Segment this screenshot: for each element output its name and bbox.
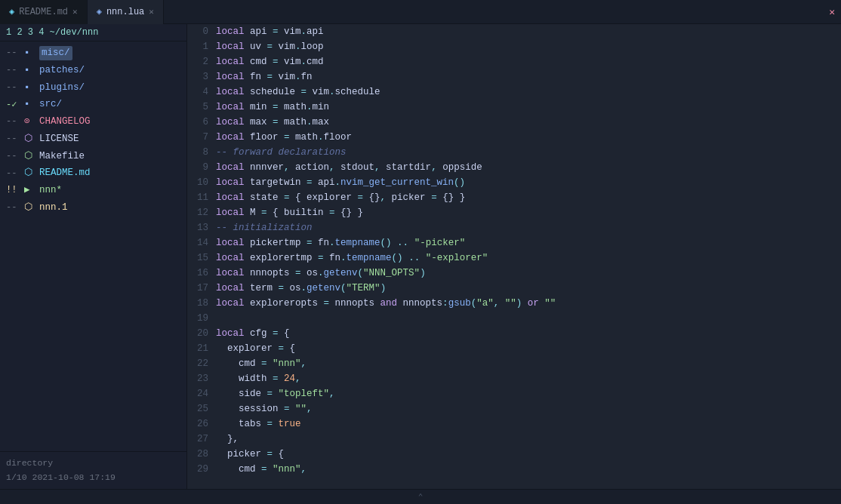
line-number: 26 [187, 416, 216, 432]
code-line: 28 picker = { [187, 447, 841, 462]
status-info: 1/10 2021-10-08 17:19 [6, 471, 180, 484]
code-line: 27 }, [187, 432, 841, 447]
code-line: 22 cmd = "nnn", [187, 356, 841, 371]
code-line: 13-- initialization [187, 220, 841, 235]
code-area: 0local api = vim.api1local uv = vim.loop… [187, 24, 841, 489]
code-line: 12local M = { builtin = {} } [187, 205, 841, 220]
line-number: 19 [187, 311, 216, 326]
code-line: 2local cmd = vim.cmd [187, 54, 841, 69]
sidebar-item-name: Makefile [39, 149, 85, 164]
sidebar-item-name: LICENSE [39, 132, 79, 146]
sidebar-item-icon: ⬡ [24, 201, 36, 215]
line-number: 2 [187, 54, 216, 69]
line-number: 22 [187, 356, 216, 371]
code-line: 6local max = math.max [187, 115, 841, 130]
sidebar-item-icon: ⬡ [24, 149, 36, 164]
code-line: 19 [187, 311, 841, 326]
line-number: 1 [187, 39, 216, 54]
sidebar-item-prefix: -- [6, 46, 21, 60]
tab-readme[interactable]: ◈ README.md ✕ [0, 0, 88, 24]
sidebar-item-prefix: -- [6, 81, 21, 94]
line-number: 15 [187, 250, 216, 266]
sidebar-item[interactable]: --⬡nnn.1 [0, 199, 186, 217]
code-lines: 0local api = vim.api1local uv = vim.loop… [187, 24, 841, 477]
sidebar-item-name: plugins/ [39, 81, 85, 95]
line-content: cmd = "nnn", [216, 356, 841, 371]
code-line: 15local explorertmp = fn.tempname() .. "… [187, 250, 841, 266]
code-content[interactable]: 0local api = vim.api1local uv = vim.loop… [187, 24, 841, 489]
line-content: local term = os.getenv("TERM") [216, 281, 841, 296]
line-number: 4 [187, 85, 216, 100]
line-content: -- forward declarations [216, 145, 841, 160]
line-content: local schedule = vim.schedule [216, 85, 841, 100]
sidebar-item-name: misc/ [39, 46, 72, 60]
line-number: 16 [187, 266, 216, 281]
code-line: 21 explorer = { [187, 341, 841, 356]
line-content: local max = math.max [216, 115, 841, 130]
line-content: cmd = "nnn", [216, 462, 841, 477]
tab-nnn-lua[interactable]: ◈ nnn.lua ✕ [88, 0, 164, 24]
code-line: 5local min = math.min [187, 100, 841, 115]
sidebar-item-name: nnn.1 [39, 201, 68, 215]
line-content: explorer = { [216, 341, 841, 356]
line-number: 14 [187, 235, 216, 250]
sidebar-item-prefix: -- [6, 63, 21, 77]
sidebar-item[interactable]: --▪plugins/ [0, 79, 186, 97]
code-line: 8-- forward declarations [187, 145, 841, 160]
line-content: tabs = true [216, 416, 841, 432]
line-number: 6 [187, 115, 216, 130]
sidebar-item-icon: ▪ [24, 97, 36, 112]
sidebar-item-icon: ⬡ [24, 132, 36, 146]
sidebar-item[interactable]: --⬡Makefile [0, 148, 186, 165]
line-content: local nnnopts = os.getenv("NNN_OPTS") [216, 266, 841, 281]
line-content: local pickertmp = fn.tempname() .. "-pic… [216, 235, 841, 250]
sidebar-file-list[interactable]: --▪misc/--▪patches/--▪plugins/-✓▪src/--⊙… [0, 41, 186, 451]
status-dir-label: directory [6, 456, 180, 470]
code-line: 9local nnnver, action, stdout, startdir,… [187, 160, 841, 175]
line-content: width = 24, [216, 371, 841, 386]
line-number: 5 [187, 100, 216, 115]
sidebar-item[interactable]: !!▶nnn* [0, 182, 186, 199]
line-number: 9 [187, 160, 216, 175]
line-content: local cfg = { [216, 326, 841, 341]
sidebar-item-icon: ⬡ [24, 166, 36, 180]
line-number: 3 [187, 69, 216, 85]
sidebar-item[interactable]: --⊙CHANGELOG [0, 113, 186, 131]
line-number: 12 [187, 205, 216, 220]
code-line: 14local pickertmp = fn.tempname() .. "-p… [187, 235, 841, 250]
line-content: }, [216, 432, 841, 447]
sidebar-item[interactable]: -✓▪src/ [0, 96, 186, 113]
sidebar-item-icon: ⊙ [24, 115, 36, 129]
code-line: 0local api = vim.api [187, 24, 841, 39]
tab-readme-label: README.md [19, 7, 68, 17]
line-number: 13 [187, 220, 216, 235]
lua-file-icon: ◈ [97, 6, 102, 17]
sidebar-item[interactable]: --▪misc/ [0, 45, 186, 62]
line-number: 20 [187, 326, 216, 341]
line-number: 0 [187, 24, 216, 39]
sidebar-item-name: CHANGELOG [39, 115, 91, 129]
code-line: 23 width = 24, [187, 371, 841, 386]
line-content: local api = vim.api [216, 24, 841, 39]
tab-readme-close[interactable]: ✕ [72, 7, 78, 17]
line-content: local cmd = vim.cmd [216, 54, 841, 69]
line-number: 23 [187, 371, 216, 386]
line-content: picker = { [216, 447, 841, 462]
line-content [216, 311, 841, 326]
line-content: session = "", [216, 401, 841, 416]
bottom-bar: ⌃ [0, 489, 841, 504]
code-line: 26 tabs = true [187, 416, 841, 432]
tab-nnn-lua-close[interactable]: ✕ [149, 7, 154, 17]
sidebar-item[interactable]: --⬡LICENSE [0, 131, 186, 148]
sidebar-item[interactable]: --⬡README.md [0, 164, 186, 182]
code-line: 29 cmd = "nnn", [187, 462, 841, 477]
code-line: 18local exploreropts = nnnopts and nnnop… [187, 296, 841, 311]
sidebar-item[interactable]: --▪patches/ [0, 62, 186, 79]
code-line: 4local schedule = vim.schedule [187, 85, 841, 100]
sidebar-item-prefix: !! [6, 183, 21, 197]
sidebar-item-icon: ▪ [24, 63, 36, 78]
code-line: 25 session = "", [187, 401, 841, 416]
line-number: 27 [187, 432, 216, 447]
line-content: side = "topleft", [216, 386, 841, 401]
close-all-button[interactable]: ✕ [823, 6, 841, 18]
